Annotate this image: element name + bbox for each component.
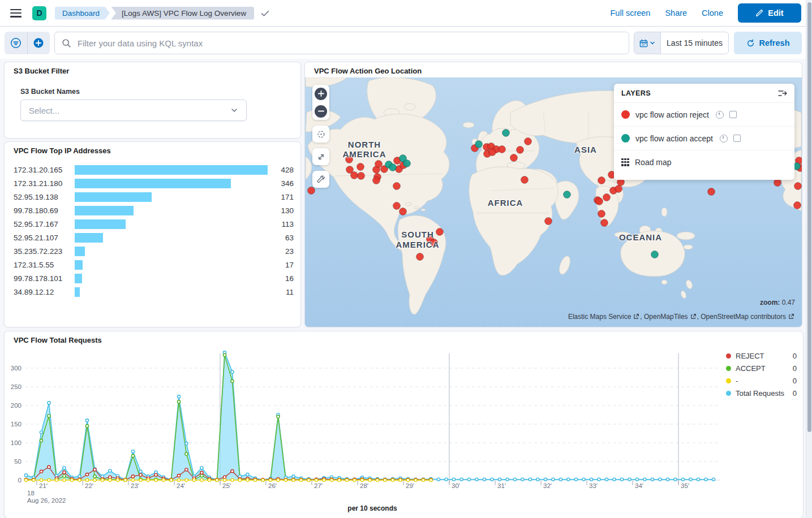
ip-row[interactable]: 52.95.17.167113 bbox=[14, 217, 294, 231]
refresh-button[interactable]: Refresh bbox=[734, 32, 802, 54]
ip-row[interactable]: 34.89.12.1211 bbox=[14, 285, 294, 299]
zoom-in-icon[interactable] bbox=[315, 88, 327, 100]
menu-icon[interactable] bbox=[10, 9, 22, 18]
accept-geo-dot[interactable] bbox=[651, 251, 659, 258]
ip-count: 11 bbox=[268, 288, 294, 296]
reject-geo-dot[interactable] bbox=[774, 179, 781, 187]
reject-geo-dot[interactable] bbox=[436, 228, 444, 236]
reject-geo-dot[interactable] bbox=[521, 176, 529, 184]
ip-bar[interactable] bbox=[75, 247, 85, 256]
layer-item-roadmap[interactable]: Road map bbox=[614, 150, 794, 174]
kql-search-box bbox=[54, 32, 629, 54]
legend-item[interactable]: REJECT0 bbox=[726, 349, 797, 362]
reject-geo-dot[interactable] bbox=[489, 149, 496, 156]
reject-geo-dot[interactable] bbox=[308, 187, 315, 195]
kql-search-input[interactable] bbox=[76, 38, 622, 49]
ip-row[interactable]: 172.31.20.165428 bbox=[14, 163, 294, 176]
ip-row[interactable]: 52.95.21.10763 bbox=[14, 231, 294, 244]
accept-geo-dot[interactable] bbox=[502, 130, 510, 137]
map-zoom-level: zoom: 0.47 bbox=[760, 299, 795, 307]
ip-row[interactable]: 99.78.180.69130 bbox=[14, 204, 294, 217]
attribution-link[interactable]: OpenMapTiles bbox=[644, 313, 688, 321]
reject-geo-dot[interactable] bbox=[517, 146, 524, 154]
reject-geo-dot[interactable] bbox=[351, 172, 358, 179]
add-filter-icon[interactable] bbox=[27, 32, 50, 54]
reject-geo-dot[interactable] bbox=[525, 138, 532, 145]
reject-geo-dot[interactable] bbox=[399, 208, 407, 215]
scrollbar-thumb[interactable] bbox=[807, 2, 811, 432]
saved-query-menu-icon[interactable] bbox=[5, 32, 27, 54]
layer-item-reject[interactable]: vpc flow action reject bbox=[614, 103, 794, 127]
top-ip-addresses-panel: VPC Flow Top IP Addresses 172.31.20.1654… bbox=[5, 142, 300, 327]
ip-row[interactable]: 99.78.178.10116 bbox=[14, 271, 294, 285]
legend-item[interactable]: -0 bbox=[726, 374, 797, 387]
set-view-button[interactable] bbox=[312, 126, 329, 143]
breadcrumb-dashboard[interactable]: Dashboard bbox=[55, 7, 110, 20]
page-scrollbar[interactable] bbox=[806, 0, 812, 518]
ip-address: 99.78.178.101 bbox=[14, 274, 75, 283]
reject-geo-dot[interactable] bbox=[794, 183, 802, 190]
reject-geo-dot[interactable] bbox=[393, 183, 401, 190]
ip-row[interactable]: 35.235.72.22323 bbox=[14, 244, 294, 258]
ip-bar[interactable] bbox=[75, 233, 103, 243]
full-screen-button[interactable]: Full screen bbox=[610, 8, 650, 18]
accept-geo-dot[interactable] bbox=[475, 141, 483, 148]
legend-item[interactable]: Total Requests0 bbox=[726, 387, 797, 399]
ip-bar[interactable] bbox=[75, 179, 231, 188]
reject-geo-dot[interactable] bbox=[598, 177, 605, 184]
space-avatar[interactable]: D bbox=[32, 6, 46, 20]
collapse-layers-icon[interactable] bbox=[778, 89, 787, 97]
legend-label: ACCEPT bbox=[736, 364, 788, 373]
ip-row[interactable]: 52.95.19.138171 bbox=[14, 190, 294, 204]
reject-geo-dot[interactable] bbox=[598, 210, 605, 218]
reject-geo-dot[interactable] bbox=[545, 218, 552, 225]
world-map[interactable]: NORTHAMERICASOUTHAMERICAAFRICAASIAOCEANI… bbox=[305, 77, 802, 327]
total-requests-chart[interactable]: 05010015020025030021'22'23'24'25'26'27'2… bbox=[5, 331, 732, 518]
breadcrumb-current-page[interactable]: [Logs AWS] VPC Flow Log Overview bbox=[111, 7, 254, 20]
panel-title: VPC Flow Action Geo Location bbox=[305, 62, 802, 75]
ip-bar[interactable] bbox=[75, 260, 83, 270]
legend-item[interactable]: ACCEPT0 bbox=[726, 362, 797, 374]
reject-geo-dot[interactable] bbox=[357, 163, 364, 171]
date-picker: Last 15 minutes bbox=[634, 32, 729, 54]
reject-geo-dot[interactable] bbox=[794, 202, 801, 209]
edit-button[interactable]: Edit bbox=[738, 3, 801, 23]
time-range-value[interactable]: Last 15 minutes bbox=[661, 32, 728, 54]
ip-row[interactable]: 172.31.5.5517 bbox=[14, 258, 294, 271]
reject-geo-dot[interactable] bbox=[601, 219, 608, 227]
reject-geo-dot[interactable] bbox=[375, 161, 383, 168]
reject-geo-dot[interactable] bbox=[615, 185, 622, 193]
s3-bucket-select[interactable]: Select... bbox=[20, 100, 247, 121]
accept-geo-dot[interactable] bbox=[564, 191, 571, 198]
reject-geo-dot[interactable] bbox=[596, 198, 603, 205]
zoom-out-icon[interactable] bbox=[315, 105, 327, 118]
reject-geo-dot[interactable] bbox=[373, 177, 380, 184]
attribution-link[interactable]: Elastic Maps Service bbox=[568, 313, 631, 321]
legend-dot bbox=[726, 391, 731, 396]
reject-geo-dot[interactable] bbox=[510, 154, 518, 162]
layer-item-accept[interactable]: vpc flow action accept bbox=[614, 127, 794, 150]
ip-bar[interactable] bbox=[75, 219, 126, 229]
svg-text:250: 250 bbox=[11, 383, 22, 390]
expand-map-button[interactable] bbox=[312, 148, 329, 165]
reject-geo-dot[interactable] bbox=[358, 172, 365, 180]
reject-geo-dot[interactable] bbox=[499, 146, 506, 153]
date-quick-select-button[interactable] bbox=[634, 32, 661, 54]
map-tools-button[interactable] bbox=[312, 171, 329, 188]
ip-bar[interactable] bbox=[75, 287, 80, 297]
share-button[interactable]: Share bbox=[665, 8, 687, 18]
ip-bar[interactable] bbox=[75, 192, 152, 202]
attribution-link[interactable]: OpenStreetMap contributors bbox=[701, 313, 786, 321]
reject-geo-dot[interactable] bbox=[393, 202, 401, 210]
ip-bar[interactable] bbox=[75, 165, 268, 175]
accept-geo-dot[interactable] bbox=[403, 160, 411, 167]
ip-row[interactable]: 172.31.21.180346 bbox=[14, 176, 294, 190]
reject-geo-dot[interactable] bbox=[708, 188, 715, 196]
clone-button[interactable]: Clone bbox=[702, 8, 723, 18]
ip-bar[interactable] bbox=[75, 274, 82, 283]
ip-bar[interactable] bbox=[75, 206, 134, 215]
map-attribution[interactable]: Elastic Maps Service, OpenMapTiles, Open… bbox=[568, 313, 795, 321]
reject-geo-dot[interactable] bbox=[603, 194, 611, 201]
reject-geo-dot[interactable] bbox=[416, 253, 424, 261]
accept-geo-dot[interactable] bbox=[389, 164, 397, 171]
